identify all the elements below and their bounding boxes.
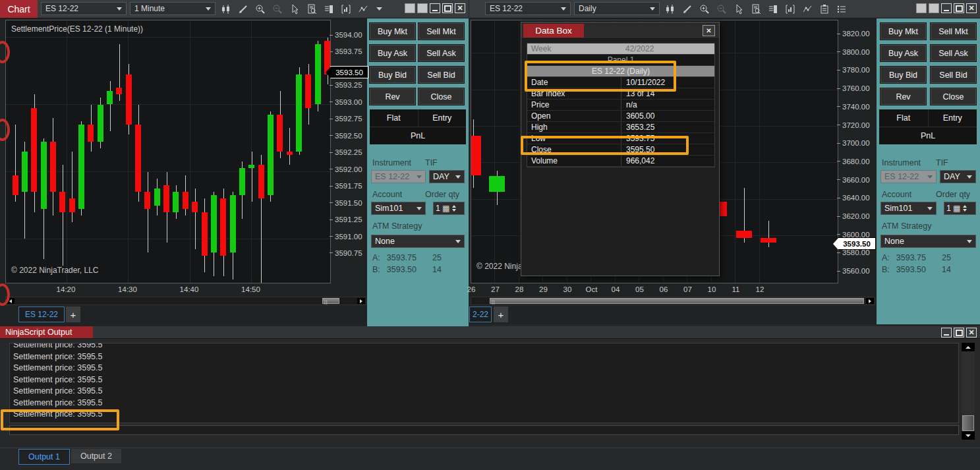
workspace-icon[interactable]	[417, 3, 428, 13]
interval-dropdown[interactable]: Daily	[574, 2, 660, 15]
databox-row-label: High	[527, 122, 621, 132]
workspace-icon[interactable]	[405, 3, 415, 13]
left-chart-hscrollbar[interactable]: ||	[5, 297, 366, 305]
price-tick-label: 3591.75	[330, 182, 362, 190]
close-icon[interactable]: ✕	[966, 328, 977, 338]
left-time-axis[interactable]: 14:2014:3014:4014:50	[5, 283, 330, 295]
spinner-icon[interactable]	[963, 205, 967, 212]
maximize-icon[interactable]	[954, 3, 964, 13]
candle-body	[258, 165, 264, 198]
data-series-icon[interactable]	[784, 3, 796, 15]
quantity-stepper[interactable]: 1	[433, 202, 465, 215]
output-input-field[interactable]	[9, 425, 959, 435]
add-tab-button[interactable]: +	[66, 307, 80, 322]
properties-list-icon[interactable]	[836, 3, 848, 15]
hscroll-thumb[interactable]: ||	[322, 298, 339, 304]
cursor-icon[interactable]	[733, 3, 745, 15]
account-dropdown[interactable]: Sim101	[880, 202, 937, 215]
draw-tool-icon[interactable]	[681, 3, 693, 15]
window-title-tab[interactable]: Chart	[0, 0, 38, 18]
add-tab-button[interactable]: +	[494, 307, 508, 322]
atm-strategy-dropdown[interactable]: None	[880, 235, 976, 248]
instrument-dropdown[interactable]: ES 12-22	[41, 2, 127, 15]
output-vscrollbar[interactable]	[962, 343, 975, 440]
sell-bid-button[interactable]: Sell Bid	[930, 66, 977, 84]
minimize-icon[interactable]	[941, 3, 952, 13]
sell-mkt-button[interactable]: Sell Mkt	[418, 22, 465, 40]
sell-ask-button[interactable]: Sell Ask	[930, 44, 977, 62]
calculator-icon[interactable]	[442, 204, 449, 213]
instrument-dropdown[interactable]: ES 12-22	[485, 2, 571, 15]
vscroll-thumb[interactable]	[962, 415, 974, 431]
toolbar-caret-down-icon[interactable]	[376, 3, 384, 15]
zoom-in-icon[interactable]	[699, 3, 710, 15]
right-price-axis[interactable]: 3593.50 3820.003800.003780.003760.003740…	[837, 20, 875, 282]
zoom-out-icon[interactable]	[716, 3, 728, 15]
time-tick-label: 14:50	[241, 285, 260, 293]
buy-mkt-button[interactable]: Buy Mkt	[880, 22, 927, 40]
reverse-button[interactable]: Rev	[880, 88, 927, 105]
workspace-icon[interactable]	[929, 3, 939, 13]
reverse-button[interactable]: Rev	[369, 88, 416, 105]
sell-ask-button[interactable]: Sell Ask	[418, 44, 465, 62]
calculator-icon[interactable]	[953, 204, 960, 213]
tif-dropdown[interactable]: DAY	[940, 170, 976, 183]
tif-dropdown[interactable]: DAY	[429, 170, 465, 183]
tab-es-12-22[interactable]: ES 12-22	[18, 307, 65, 322]
buy-bid-button[interactable]: Buy Bid	[369, 66, 416, 84]
close-position-button[interactable]: Close	[418, 88, 465, 105]
gridline	[735, 20, 735, 283]
hscroll-thumb[interactable]: ||	[490, 298, 864, 304]
output-tab-output-1[interactable]: Output 1	[18, 449, 70, 465]
buy-ask-button[interactable]: Buy Ask	[369, 44, 416, 62]
interval-dropdown[interactable]: 1 Minute	[130, 2, 216, 15]
close-icon[interactable]: ✕	[455, 3, 465, 13]
atm-strategy-dropdown[interactable]: None	[371, 235, 465, 248]
quantity-stepper[interactable]: 1	[944, 202, 976, 215]
workspace-icon[interactable]	[916, 3, 927, 13]
scroll-right-icon[interactable]	[866, 298, 874, 304]
scroll-up-icon[interactable]	[962, 343, 975, 351]
close-icon[interactable]: ✕	[966, 3, 977, 13]
databox-titlebar[interactable]: Data Box ✕	[521, 22, 719, 39]
minimize-icon[interactable]	[941, 328, 952, 338]
data-box-icon[interactable]	[750, 3, 762, 15]
indicators-icon[interactable]	[801, 3, 813, 15]
spinner-icon[interactable]	[452, 205, 456, 212]
zoom-out-icon[interactable]	[272, 3, 283, 15]
right-chart-hscrollbar[interactable]: ||	[471, 297, 875, 305]
buy-mkt-button[interactable]: Buy Mkt	[369, 22, 416, 40]
sell-mkt-button[interactable]: Sell Mkt	[930, 22, 977, 40]
output-tab-output-2[interactable]: Output 2	[71, 449, 121, 463]
output-titlebar[interactable]: NinjaScript Output ✕	[0, 326, 980, 339]
right-time-axis[interactable]: 2627282930Oct04050607101112	[471, 283, 837, 295]
chart-style-icon[interactable]	[220, 3, 232, 15]
close-position-button[interactable]: Close	[930, 88, 977, 105]
data-series-icon[interactable]	[340, 3, 352, 15]
maximize-icon[interactable]	[954, 328, 964, 338]
chevron-down-icon	[927, 207, 933, 210]
indicators-icon[interactable]	[357, 3, 369, 15]
chart-trader-panel-icon[interactable]	[767, 3, 779, 15]
buy-ask-button[interactable]: Buy Ask	[880, 44, 927, 62]
candle-body	[154, 189, 160, 206]
sell-bid-button[interactable]: Sell Bid	[418, 66, 465, 84]
output-log-area[interactable]: Settlement price: 3595.5Settlement price…	[9, 343, 959, 423]
chart-style-icon[interactable]	[664, 3, 676, 15]
cursor-icon[interactable]	[289, 3, 301, 15]
account-dropdown[interactable]: Sim101	[371, 202, 426, 215]
tab-es-12-22[interactable]: 2-22	[469, 307, 492, 322]
close-icon[interactable]: ✕	[703, 25, 715, 36]
scroll-right-icon[interactable]	[357, 298, 365, 304]
data-box-icon[interactable]	[306, 3, 318, 15]
draw-tool-icon[interactable]	[237, 3, 249, 15]
buy-bid-button[interactable]: Buy Bid	[880, 66, 927, 84]
strategies-icon[interactable]	[819, 3, 830, 15]
left-price-axis[interactable]: 3593.50 3594.003593.753593.503593.253593…	[330, 20, 368, 282]
scroll-down-icon[interactable]	[962, 431, 975, 440]
minimize-icon[interactable]	[430, 3, 440, 13]
zoom-in-icon[interactable]	[254, 3, 266, 15]
maximize-icon[interactable]	[442, 3, 453, 13]
chart-trader-panel-icon[interactable]	[323, 3, 335, 15]
left-chart-plot[interactable]: SettlementPrice(ES 12-22 (1 Minute)) © 2…	[5, 20, 331, 283]
